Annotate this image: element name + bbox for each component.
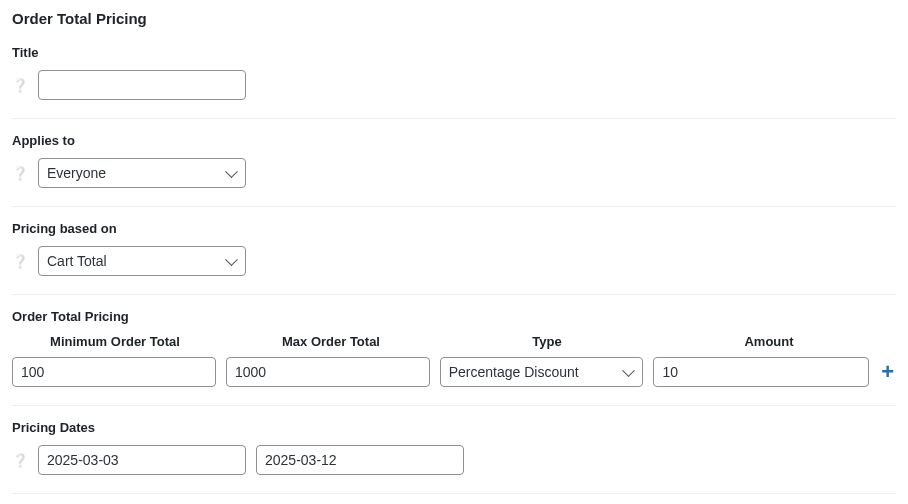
pricing-basis-label: Pricing based on	[12, 221, 896, 236]
title-label: Title	[12, 45, 896, 60]
section-pricing-table: Order Total Pricing Minimum Order Total …	[12, 309, 896, 406]
help-icon[interactable]: ❔	[12, 452, 28, 468]
section-pricing-basis: Pricing based on ❔ Cart Total	[12, 221, 896, 295]
help-icon[interactable]: ❔	[12, 165, 28, 181]
pricing-table-label: Order Total Pricing	[12, 309, 896, 324]
date-from-input[interactable]	[38, 445, 246, 475]
min-order-input[interactable]	[12, 357, 216, 387]
table-row: Percentage Discount +	[12, 357, 896, 387]
applies-to-label: Applies to	[12, 133, 896, 148]
section-dates: Pricing Dates ❔	[12, 420, 896, 494]
max-order-input[interactable]	[226, 357, 430, 387]
title-input[interactable]	[38, 70, 246, 100]
amount-input[interactable]	[653, 357, 869, 387]
type-select[interactable]: Percentage Discount	[440, 357, 644, 387]
plus-icon: +	[881, 359, 894, 384]
pricing-basis-select[interactable]: Cart Total	[38, 246, 246, 276]
date-to-input[interactable]	[256, 445, 464, 475]
help-icon[interactable]: ❔	[12, 253, 28, 269]
help-icon[interactable]: ❔	[12, 77, 28, 93]
section-applies-to: Applies to ❔ Everyone	[12, 133, 896, 207]
dates-label: Pricing Dates	[12, 420, 896, 435]
col-header-max: Max Order Total	[228, 334, 434, 349]
applies-to-select[interactable]: Everyone	[38, 158, 246, 188]
col-header-min: Minimum Order Total	[12, 334, 218, 349]
add-row-button[interactable]: +	[879, 361, 896, 383]
section-title: Title ❔	[12, 45, 896, 119]
page-title: Order Total Pricing	[12, 10, 896, 27]
col-header-amount: Amount	[660, 334, 878, 349]
col-header-type: Type	[444, 334, 650, 349]
